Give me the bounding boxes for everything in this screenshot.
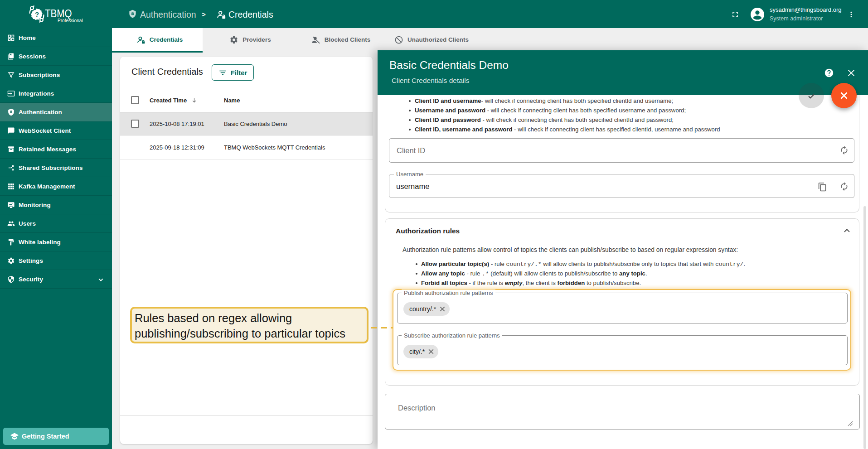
svg-text:?: ? bbox=[35, 10, 39, 18]
